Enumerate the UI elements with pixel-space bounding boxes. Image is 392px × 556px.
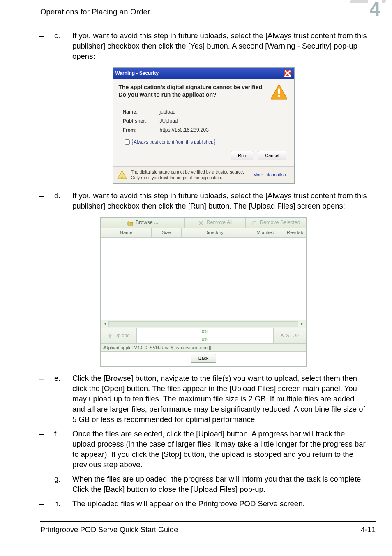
dialog-footnote: The digital signature cannot be verified… (131, 169, 249, 181)
run-button[interactable]: Run (231, 151, 253, 160)
list-item: – f. Once the files are selected, click … (39, 429, 367, 470)
label: Publisher: (123, 118, 150, 124)
step-text: When the files are uploaded, the progres… (72, 474, 367, 495)
footer-doc-title: Printgroove POD Serve Quick Start Guide (40, 526, 178, 534)
col-name[interactable]: Name (101, 228, 152, 237)
upload-files-dialog: Browse ... Remove All Remove Selected Na… (100, 217, 307, 367)
horizontal-scroll[interactable]: ◂ ▸ (101, 320, 306, 328)
step-letter: c. (54, 31, 63, 62)
warning-icon (117, 170, 127, 179)
bullet-dash: – (39, 191, 45, 211)
tab-label: Remove All (206, 219, 232, 226)
bullet-dash: – (39, 31, 45, 62)
step-text: The uploaded files will appear on the Pr… (72, 499, 367, 509)
step-text: If you want to avoid this step in future… (72, 191, 367, 211)
col-size[interactable]: Size (152, 228, 182, 237)
bullet-dash: – (39, 429, 45, 470)
stop-button[interactable]: ✕ STOP (273, 328, 306, 344)
badge-number: 4 (368, 0, 382, 20)
applet-status: JUpload applet V4.0.0 [SVN.Rev: ${svn.re… (101, 344, 306, 352)
upload-columns: Name Size Directory Modified Readab (101, 228, 306, 238)
list-item: – g. When the files are uploaded, the pr… (39, 474, 367, 495)
bullet-dash: – (39, 474, 45, 495)
dialog-question: The application's digital signature cann… (119, 83, 265, 98)
value: JUpload (160, 118, 178, 124)
value: https://150.16.239.203 (160, 127, 209, 133)
cancel-button[interactable]: Cancel (258, 151, 286, 160)
svg-point-1 (278, 95, 280, 97)
trash-icon (251, 220, 257, 226)
label: From: (123, 127, 150, 133)
folder-open-icon (127, 220, 133, 226)
remove-all-icon (198, 220, 204, 226)
progress-bar-2: 0% (137, 336, 273, 344)
upload-label: Upload (114, 332, 130, 339)
file-list-pane (101, 238, 306, 320)
list-item: – e. Click the [Browse] button, navigate… (39, 373, 367, 425)
browse-button[interactable]: Browse ... (101, 218, 185, 228)
scroll-left-icon[interactable]: ◂ (101, 320, 108, 327)
list-item: – d. If you want to avoid this step in f… (39, 191, 367, 211)
step-text: Once the files are selected, click the [… (72, 429, 367, 470)
step-letter: h. (54, 499, 63, 509)
value: jupload (160, 109, 176, 115)
step-letter: f. (54, 429, 63, 470)
bullet-dash: – (39, 499, 45, 509)
list-item: – c. If you want to avoid this step in f… (39, 31, 367, 62)
security-dialog: Warning - Security The application's dig… (113, 67, 295, 184)
remove-selected-button[interactable]: Remove Selected (246, 218, 306, 228)
col-modified[interactable]: Modified (247, 228, 284, 237)
step-letter: e. (54, 373, 63, 425)
col-readable[interactable]: Readab (284, 228, 306, 237)
label: Name: (123, 109, 150, 115)
col-directory[interactable]: Directory (182, 228, 247, 237)
stop-icon: ✕ (280, 332, 284, 339)
stop-label: STOP (286, 332, 299, 339)
svg-rect-0 (278, 88, 280, 94)
close-icon[interactable] (284, 70, 291, 77)
list-item: – h. The uploaded files will appear on t… (39, 499, 367, 509)
tab-label: Browse ... (136, 219, 159, 226)
step-letter: d. (54, 191, 63, 211)
trust-checkbox[interactable]: Always trust content from this publisher… (123, 138, 288, 146)
scroll-track[interactable] (108, 321, 298, 327)
footer-rule (40, 521, 376, 522)
upload-button[interactable]: Upload (101, 328, 137, 344)
dialog-titlebar: Warning - Security (113, 68, 294, 79)
back-button[interactable]: Back (191, 354, 216, 363)
footer-page-number: 4-11 (361, 526, 376, 534)
progress-bar-1: 0% (137, 328, 273, 336)
step-letter: g. (54, 474, 63, 495)
dialog-title: Warning - Security (115, 70, 159, 76)
tab-label: Remove Selected (260, 219, 300, 226)
step-text: Click the [Browse] button, navigate to t… (72, 373, 367, 425)
upload-icon (108, 333, 113, 338)
remove-all-button[interactable]: Remove All (185, 218, 245, 228)
warning-icon (270, 83, 288, 100)
step-text: If you want to avoid this step in future… (72, 31, 367, 62)
scroll-right-icon[interactable]: ▸ (298, 320, 306, 327)
checkbox-label: Always trust content from this publisher… (132, 139, 215, 145)
chapter-badge: 4 (351, 0, 386, 17)
page-title: Operations for Placing an Order (40, 7, 150, 16)
svg-rect-2 (122, 173, 122, 176)
svg-point-3 (121, 177, 122, 178)
bullet-dash: – (39, 373, 45, 425)
more-info-link[interactable]: More Information... (253, 172, 289, 178)
